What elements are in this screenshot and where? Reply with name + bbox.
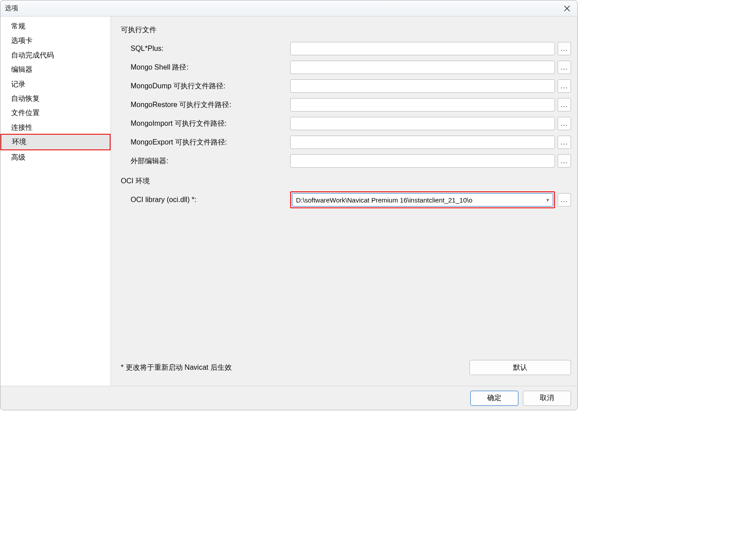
- field-mongoshell: Mongo Shell 路径: ...: [121, 58, 571, 77]
- field-mongodump: MongoDump 可执行文件路径: ...: [121, 77, 571, 95]
- close-icon: [564, 5, 570, 12]
- sidebar-item-label: 连接性: [11, 124, 33, 131]
- field-mongoexport: MongoExport 可执行文件路径: ...: [121, 133, 571, 152]
- restart-note: * 更改将于重新启动 Navicat 后生效: [121, 363, 232, 372]
- combo-value: D:\softwareWork\Navicat Premium 16\insta…: [296, 196, 472, 204]
- sidebar-item-autorecovery[interactable]: 自动恢复: [0, 91, 111, 106]
- field-oci-library: OCI library (oci.dll) *: D:\softwareWork…: [121, 190, 571, 209]
- mongorestore-input[interactable]: [290, 98, 555, 112]
- spacer: [121, 215, 571, 356]
- field-label: MongoExport 可执行文件路径:: [121, 138, 290, 147]
- browse-button[interactable]: ...: [558, 42, 571, 55]
- bottom-row: * 更改将于重新启动 Navicat 后生效 默认: [121, 356, 571, 380]
- sidebar-item-tabs[interactable]: 选项卡: [0, 33, 111, 48]
- browse-button[interactable]: ...: [558, 117, 571, 130]
- sidebar-item-advanced[interactable]: 高级: [0, 150, 111, 165]
- oci-library-combo[interactable]: D:\softwareWork\Navicat Premium 16\insta…: [292, 193, 553, 207]
- sidebar-item-autocomplete[interactable]: 自动完成代码: [0, 48, 111, 62]
- sidebar-item-label: 自动完成代码: [11, 51, 54, 59]
- dialog-footer: 确定 取消: [0, 386, 577, 410]
- ellipsis-icon: ...: [561, 101, 568, 109]
- browse-button[interactable]: ...: [558, 79, 571, 93]
- field-sqlplus: SQL*Plus: ...: [121, 39, 571, 58]
- ellipsis-icon: ...: [561, 138, 568, 146]
- sidebar-item-label: 选项卡: [11, 37, 33, 44]
- sqlplus-input[interactable]: [290, 42, 555, 55]
- mongoexport-input[interactable]: [290, 136, 555, 149]
- browse-button[interactable]: ...: [558, 98, 571, 112]
- field-label: MongoImport 可执行文件路径:: [121, 119, 290, 128]
- field-input-wrap: D:\softwareWork\Navicat Premium 16\insta…: [290, 191, 571, 208]
- sidebar-item-label: 文件位置: [11, 109, 40, 116]
- sidebar-highlight: 环境: [0, 134, 111, 150]
- field-label: SQL*Plus:: [121, 45, 290, 53]
- field-input-wrap: ...: [290, 61, 571, 74]
- main-panel: 可执行文件 SQL*Plus: ... Mongo Shell 路径: ...: [111, 17, 577, 386]
- browse-button[interactable]: ...: [558, 61, 571, 74]
- browse-button[interactable]: ...: [558, 193, 571, 207]
- default-button[interactable]: 默认: [469, 360, 571, 375]
- field-input-wrap: ...: [290, 98, 571, 112]
- chevron-down-icon: ▾: [546, 197, 549, 203]
- field-label: 外部编辑器:: [121, 157, 290, 166]
- section-oci: OCI 环境: [121, 177, 571, 186]
- browse-button[interactable]: ...: [558, 154, 571, 168]
- mongoimport-input[interactable]: [290, 117, 555, 130]
- field-input-wrap: ...: [290, 117, 571, 130]
- close-button[interactable]: [559, 2, 575, 15]
- field-label: MongoDump 可执行文件路径:: [121, 82, 290, 91]
- field-mongoimport: MongoImport 可执行文件路径: ...: [121, 114, 571, 133]
- browse-button[interactable]: ...: [558, 136, 571, 149]
- cancel-button[interactable]: 取消: [523, 391, 571, 406]
- sidebar-item-label: 自动恢复: [11, 95, 40, 102]
- field-input-wrap: ...: [290, 136, 571, 149]
- field-external-editor: 外部编辑器: ...: [121, 152, 571, 170]
- ellipsis-icon: ...: [561, 120, 568, 128]
- sidebar-item-label: 环境: [12, 138, 26, 145]
- oci-fields: OCI library (oci.dll) *: D:\softwareWork…: [121, 190, 571, 209]
- ellipsis-icon: ...: [561, 82, 568, 90]
- field-mongorestore: MongoRestore 可执行文件路径: ...: [121, 95, 571, 114]
- sidebar-item-general[interactable]: 常规: [0, 19, 111, 33]
- ellipsis-icon: ...: [561, 63, 568, 71]
- mongodump-input[interactable]: [290, 79, 555, 93]
- ok-button[interactable]: 确定: [470, 391, 518, 406]
- sidebar-item-filelocations[interactable]: 文件位置: [0, 106, 111, 120]
- field-label: OCI library (oci.dll) *:: [121, 196, 290, 204]
- field-label: MongoRestore 可执行文件路径:: [121, 100, 290, 110]
- ellipsis-icon: ...: [561, 196, 568, 204]
- field-input-wrap: ...: [290, 79, 571, 93]
- window-title: 选项: [5, 4, 18, 12]
- sidebar-item-environment[interactable]: 环境: [1, 135, 110, 149]
- options-dialog: 选项 常规 选项卡 自动完成代码 编辑器 记录 自动恢复 文件位置 连接性 环境…: [0, 0, 578, 410]
- sidebar-item-label: 常规: [11, 22, 25, 30]
- executables-fields: SQL*Plus: ... Mongo Shell 路径: ... MongoD…: [121, 39, 571, 170]
- sidebar-item-label: 记录: [11, 80, 25, 88]
- field-input-wrap: ...: [290, 154, 571, 168]
- sidebar-item-label: 高级: [11, 153, 25, 161]
- titlebar: 选项: [0, 0, 577, 17]
- field-input-wrap: ...: [290, 42, 571, 55]
- ellipsis-icon: ...: [561, 45, 568, 53]
- ellipsis-icon: ...: [561, 157, 568, 165]
- field-label: Mongo Shell 路径:: [121, 63, 290, 72]
- sidebar-item-editor[interactable]: 编辑器: [0, 62, 111, 77]
- section-executables: 可执行文件: [121, 25, 571, 35]
- dialog-body: 常规 选项卡 自动完成代码 编辑器 记录 自动恢复 文件位置 连接性 环境 高级…: [0, 17, 577, 386]
- sidebar-item-label: 编辑器: [11, 66, 33, 73]
- sidebar-item-connectivity[interactable]: 连接性: [0, 120, 111, 135]
- external-editor-input[interactable]: [290, 154, 555, 168]
- sidebar-item-records[interactable]: 记录: [0, 77, 111, 91]
- sidebar: 常规 选项卡 自动完成代码 编辑器 记录 自动恢复 文件位置 连接性 环境 高级: [0, 17, 111, 386]
- oci-highlight: D:\softwareWork\Navicat Premium 16\insta…: [290, 191, 555, 208]
- mongoshell-input[interactable]: [290, 61, 555, 74]
